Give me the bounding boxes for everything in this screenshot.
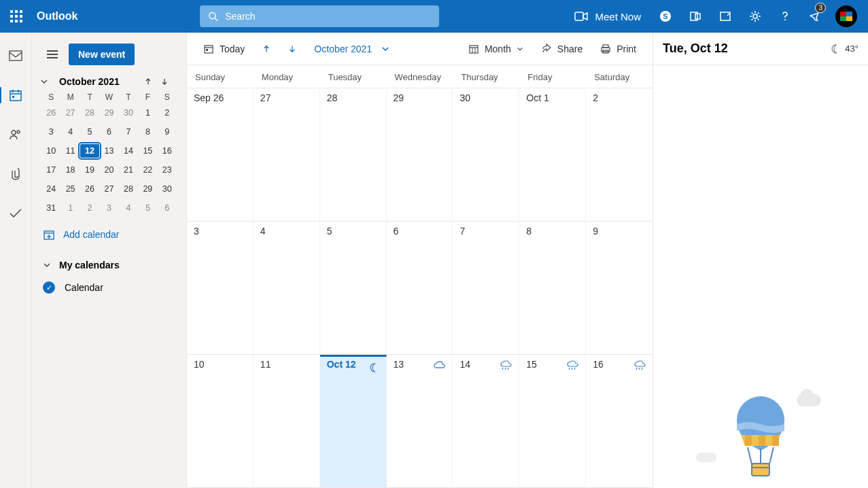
calendar-day-cell[interactable]: 27 <box>254 88 320 222</box>
mini-day-cell[interactable]: 16 <box>158 144 177 158</box>
calendar-day-cell[interactable]: 13 <box>387 355 453 488</box>
account-avatar[interactable] <box>835 5 857 27</box>
calendar-day-cell[interactable]: Sep 26 <box>187 88 254 222</box>
print-button[interactable]: Print <box>593 38 643 60</box>
mini-day-cell[interactable]: 3 <box>41 125 60 139</box>
mini-day-cell[interactable]: 1 <box>60 201 80 215</box>
mini-day-cell[interactable]: 14 <box>119 144 138 158</box>
mini-day-cell[interactable]: 13 <box>99 144 118 158</box>
view-selector-button[interactable]: Month <box>462 38 530 60</box>
today-button[interactable]: Today <box>196 38 251 60</box>
calendar-day-cell[interactable]: 8 <box>519 222 586 355</box>
teams-icon[interactable] <box>680 0 710 33</box>
mini-day-cell[interactable]: 24 <box>41 182 60 196</box>
mini-day-cell[interactable]: 28 <box>80 106 99 120</box>
mini-day-cell[interactable]: 10 <box>41 144 60 158</box>
calendar-day-cell[interactable]: 7 <box>453 222 519 355</box>
mini-day-cell[interactable]: 5 <box>80 125 99 139</box>
mini-day-cell[interactable]: 29 <box>138 182 157 196</box>
mini-day-cell[interactable]: 29 <box>99 106 118 120</box>
help-icon[interactable] <box>770 0 800 33</box>
day-number: 8 <box>526 226 532 237</box>
hamburger-button[interactable] <box>41 43 63 65</box>
mini-day-cell[interactable]: 26 <box>41 106 60 120</box>
todo-icon[interactable] <box>3 201 28 226</box>
calendar-list-item[interactable]: ✓ Calendar <box>39 276 179 299</box>
calendar-day-cell[interactable]: 16 <box>586 355 653 488</box>
calendar-day-cell[interactable]: 11 <box>254 355 320 488</box>
people-icon[interactable] <box>3 122 28 147</box>
mini-day-cell[interactable]: 9 <box>158 125 177 139</box>
mini-day-cell[interactable]: 6 <box>99 125 118 139</box>
mini-day-cell[interactable]: 18 <box>60 163 80 177</box>
calendar-day-cell[interactable]: 30 <box>453 88 519 222</box>
mini-next-button[interactable] <box>160 77 177 86</box>
search-input[interactable] <box>225 11 431 22</box>
calendar-view-icon <box>468 43 479 54</box>
mini-day-cell[interactable]: 3 <box>99 201 118 215</box>
calendar-day-cell[interactable]: Oct 12 <box>320 355 387 488</box>
calendar-day-cell[interactable]: 6 <box>387 222 453 355</box>
calendar-day-cell[interactable]: 10 <box>187 355 254 488</box>
mini-day-cell[interactable]: 12 <box>80 144 99 158</box>
share-button[interactable]: Share <box>534 38 589 60</box>
mini-day-cell[interactable]: 27 <box>99 182 118 196</box>
mini-day-cell[interactable]: 25 <box>60 182 80 196</box>
calendar-day-cell[interactable]: 28 <box>320 88 387 222</box>
dow-header-cell: Tuesday <box>320 65 387 88</box>
prev-period-button[interactable] <box>256 38 277 60</box>
mini-collapse-button[interactable] <box>40 77 55 86</box>
files-icon[interactable] <box>3 162 28 186</box>
mini-day-cell[interactable]: 21 <box>119 163 138 177</box>
calendar-day-cell[interactable]: 29 <box>387 88 453 222</box>
outlook-addon-icon[interactable] <box>710 0 740 33</box>
meet-now-button[interactable]: Meet Now <box>565 11 650 22</box>
calendar-day-cell[interactable]: 2 <box>586 88 653 222</box>
mini-day-cell[interactable]: 15 <box>138 144 157 158</box>
calendar-day-cell[interactable]: 3 <box>187 222 254 355</box>
mini-day-cell[interactable]: 11 <box>60 144 80 158</box>
mini-day-cell[interactable]: 2 <box>80 201 99 215</box>
add-calendar-button[interactable]: Add calendar <box>39 217 179 245</box>
my-calendars-header[interactable]: My calendars <box>39 245 179 276</box>
app-launcher-button[interactable] <box>5 5 27 27</box>
mini-day-cell[interactable]: 17 <box>41 163 60 177</box>
mini-day-cell[interactable]: 27 <box>60 106 80 120</box>
mini-day-cell[interactable]: 22 <box>138 163 157 177</box>
new-event-button[interactable]: New event <box>69 43 135 65</box>
mini-day-cell[interactable]: 1 <box>138 106 157 120</box>
mini-prev-button[interactable] <box>144 77 160 86</box>
notifications-icon[interactable]: 3 <box>800 0 830 33</box>
mini-day-cell[interactable]: 28 <box>119 182 138 196</box>
mini-day-cell[interactable]: 26 <box>80 182 99 196</box>
calendar-day-cell[interactable]: 5 <box>320 222 387 355</box>
mini-day-cell[interactable]: 5 <box>138 201 157 215</box>
mini-day-cell[interactable]: 31 <box>41 201 60 215</box>
moon-icon <box>368 362 379 373</box>
settings-icon[interactable] <box>740 0 770 33</box>
mail-icon[interactable] <box>3 43 28 68</box>
mini-day-cell[interactable]: 30 <box>119 106 138 120</box>
mini-day-cell[interactable]: 8 <box>138 125 157 139</box>
mini-day-cell[interactable]: 19 <box>80 163 99 177</box>
month-picker-button[interactable]: October 2021 <box>307 38 396 60</box>
mini-day-cell[interactable]: 23 <box>158 163 177 177</box>
calendar-day-cell[interactable]: 14 <box>453 355 519 488</box>
calendar-day-cell[interactable]: 15 <box>519 355 586 488</box>
skype-icon[interactable]: S <box>650 0 680 33</box>
chevron-down-icon <box>381 45 389 53</box>
mini-day-cell[interactable]: 4 <box>60 125 80 139</box>
svg-line-40 <box>642 368 642 370</box>
calendar-day-cell[interactable]: Oct 1 <box>519 88 586 222</box>
calendar-icon[interactable] <box>3 83 28 107</box>
mini-day-cell[interactable]: 20 <box>99 163 118 177</box>
mini-day-cell[interactable]: 6 <box>158 201 177 215</box>
mini-day-cell[interactable]: 2 <box>158 106 177 120</box>
search-box[interactable] <box>200 5 439 27</box>
mini-day-cell[interactable]: 7 <box>119 125 138 139</box>
mini-day-cell[interactable]: 4 <box>119 201 138 215</box>
mini-day-cell[interactable]: 30 <box>158 182 177 196</box>
next-period-button[interactable] <box>281 38 303 60</box>
calendar-day-cell[interactable]: 4 <box>254 222 320 355</box>
calendar-day-cell[interactable]: 9 <box>586 222 653 355</box>
